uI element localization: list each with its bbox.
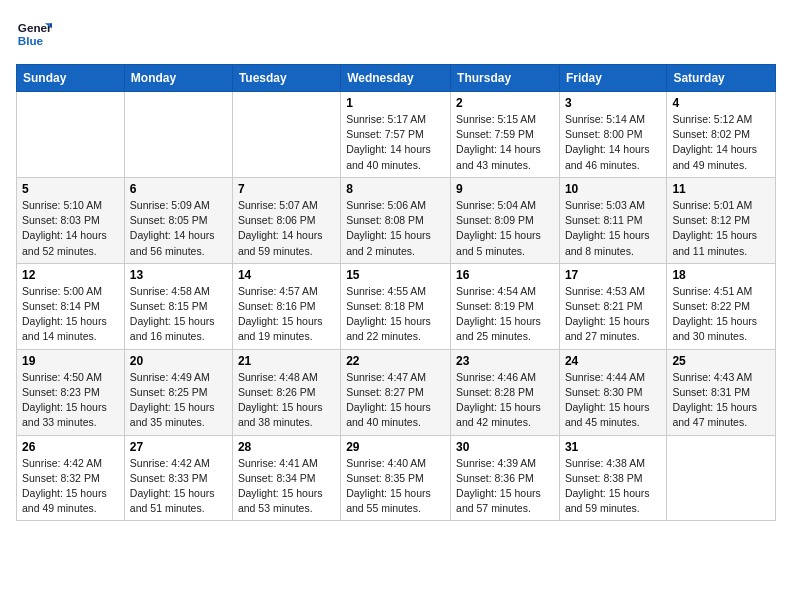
header: General Blue — [16, 16, 776, 52]
calendar-table: SundayMondayTuesdayWednesdayThursdayFrid… — [16, 64, 776, 521]
day-number: 30 — [456, 440, 554, 454]
day-info: Sunrise: 4:48 AM Sunset: 8:26 PM Dayligh… — [238, 370, 335, 431]
calendar-cell: 29Sunrise: 4:40 AM Sunset: 8:35 PM Dayli… — [341, 435, 451, 521]
logo: General Blue — [16, 16, 56, 52]
day-info: Sunrise: 5:15 AM Sunset: 7:59 PM Dayligh… — [456, 112, 554, 173]
calendar-cell: 17Sunrise: 4:53 AM Sunset: 8:21 PM Dayli… — [559, 263, 666, 349]
weekday-header-tuesday: Tuesday — [232, 65, 340, 92]
calendar-cell: 7Sunrise: 5:07 AM Sunset: 8:06 PM Daylig… — [232, 177, 340, 263]
day-info: Sunrise: 4:57 AM Sunset: 8:16 PM Dayligh… — [238, 284, 335, 345]
day-number: 25 — [672, 354, 770, 368]
calendar-cell: 30Sunrise: 4:39 AM Sunset: 8:36 PM Dayli… — [451, 435, 560, 521]
weekday-header-friday: Friday — [559, 65, 666, 92]
day-number: 20 — [130, 354, 227, 368]
day-number: 5 — [22, 182, 119, 196]
calendar-cell: 12Sunrise: 5:00 AM Sunset: 8:14 PM Dayli… — [17, 263, 125, 349]
weekday-header-sunday: Sunday — [17, 65, 125, 92]
day-number: 27 — [130, 440, 227, 454]
day-number: 29 — [346, 440, 445, 454]
day-number: 1 — [346, 96, 445, 110]
day-info: Sunrise: 4:50 AM Sunset: 8:23 PM Dayligh… — [22, 370, 119, 431]
day-number: 28 — [238, 440, 335, 454]
day-info: Sunrise: 4:55 AM Sunset: 8:18 PM Dayligh… — [346, 284, 445, 345]
day-number: 19 — [22, 354, 119, 368]
svg-text:Blue: Blue — [18, 34, 44, 47]
day-number: 22 — [346, 354, 445, 368]
calendar-cell: 1Sunrise: 5:17 AM Sunset: 7:57 PM Daylig… — [341, 92, 451, 178]
day-number: 23 — [456, 354, 554, 368]
day-info: Sunrise: 4:39 AM Sunset: 8:36 PM Dayligh… — [456, 456, 554, 517]
day-number: 14 — [238, 268, 335, 282]
day-number: 13 — [130, 268, 227, 282]
calendar-cell: 25Sunrise: 4:43 AM Sunset: 8:31 PM Dayli… — [667, 349, 776, 435]
day-number: 8 — [346, 182, 445, 196]
day-number: 26 — [22, 440, 119, 454]
svg-text:General: General — [18, 21, 52, 34]
day-info: Sunrise: 4:38 AM Sunset: 8:38 PM Dayligh… — [565, 456, 661, 517]
day-info: Sunrise: 5:09 AM Sunset: 8:05 PM Dayligh… — [130, 198, 227, 259]
calendar-cell: 15Sunrise: 4:55 AM Sunset: 8:18 PM Dayli… — [341, 263, 451, 349]
day-info: Sunrise: 4:53 AM Sunset: 8:21 PM Dayligh… — [565, 284, 661, 345]
calendar-cell: 8Sunrise: 5:06 AM Sunset: 8:08 PM Daylig… — [341, 177, 451, 263]
day-info: Sunrise: 4:47 AM Sunset: 8:27 PM Dayligh… — [346, 370, 445, 431]
logo-icon: General Blue — [16, 16, 52, 52]
day-number: 7 — [238, 182, 335, 196]
calendar-cell: 28Sunrise: 4:41 AM Sunset: 8:34 PM Dayli… — [232, 435, 340, 521]
day-info: Sunrise: 4:58 AM Sunset: 8:15 PM Dayligh… — [130, 284, 227, 345]
day-info: Sunrise: 4:43 AM Sunset: 8:31 PM Dayligh… — [672, 370, 770, 431]
day-number: 6 — [130, 182, 227, 196]
calendar-cell: 27Sunrise: 4:42 AM Sunset: 8:33 PM Dayli… — [124, 435, 232, 521]
calendar-cell: 13Sunrise: 4:58 AM Sunset: 8:15 PM Dayli… — [124, 263, 232, 349]
day-number: 11 — [672, 182, 770, 196]
calendar-cell: 20Sunrise: 4:49 AM Sunset: 8:25 PM Dayli… — [124, 349, 232, 435]
day-info: Sunrise: 5:12 AM Sunset: 8:02 PM Dayligh… — [672, 112, 770, 173]
calendar-cell: 14Sunrise: 4:57 AM Sunset: 8:16 PM Dayli… — [232, 263, 340, 349]
day-info: Sunrise: 4:46 AM Sunset: 8:28 PM Dayligh… — [456, 370, 554, 431]
calendar-cell: 9Sunrise: 5:04 AM Sunset: 8:09 PM Daylig… — [451, 177, 560, 263]
day-number: 17 — [565, 268, 661, 282]
day-info: Sunrise: 5:17 AM Sunset: 7:57 PM Dayligh… — [346, 112, 445, 173]
calendar-cell: 2Sunrise: 5:15 AM Sunset: 7:59 PM Daylig… — [451, 92, 560, 178]
calendar-cell: 16Sunrise: 4:54 AM Sunset: 8:19 PM Dayli… — [451, 263, 560, 349]
calendar-cell — [124, 92, 232, 178]
calendar-cell: 23Sunrise: 4:46 AM Sunset: 8:28 PM Dayli… — [451, 349, 560, 435]
weekday-header-thursday: Thursday — [451, 65, 560, 92]
calendar-cell: 21Sunrise: 4:48 AM Sunset: 8:26 PM Dayli… — [232, 349, 340, 435]
day-info: Sunrise: 5:14 AM Sunset: 8:00 PM Dayligh… — [565, 112, 661, 173]
day-number: 12 — [22, 268, 119, 282]
day-info: Sunrise: 4:42 AM Sunset: 8:33 PM Dayligh… — [130, 456, 227, 517]
calendar-cell: 22Sunrise: 4:47 AM Sunset: 8:27 PM Dayli… — [341, 349, 451, 435]
day-number: 10 — [565, 182, 661, 196]
calendar-cell — [17, 92, 125, 178]
day-info: Sunrise: 4:42 AM Sunset: 8:32 PM Dayligh… — [22, 456, 119, 517]
day-info: Sunrise: 5:06 AM Sunset: 8:08 PM Dayligh… — [346, 198, 445, 259]
calendar-cell: 18Sunrise: 4:51 AM Sunset: 8:22 PM Dayli… — [667, 263, 776, 349]
calendar-cell — [232, 92, 340, 178]
day-info: Sunrise: 4:40 AM Sunset: 8:35 PM Dayligh… — [346, 456, 445, 517]
calendar-cell: 10Sunrise: 5:03 AM Sunset: 8:11 PM Dayli… — [559, 177, 666, 263]
day-info: Sunrise: 5:04 AM Sunset: 8:09 PM Dayligh… — [456, 198, 554, 259]
calendar-cell: 5Sunrise: 5:10 AM Sunset: 8:03 PM Daylig… — [17, 177, 125, 263]
calendar-cell: 11Sunrise: 5:01 AM Sunset: 8:12 PM Dayli… — [667, 177, 776, 263]
day-number: 24 — [565, 354, 661, 368]
calendar-cell: 4Sunrise: 5:12 AM Sunset: 8:02 PM Daylig… — [667, 92, 776, 178]
calendar-cell: 31Sunrise: 4:38 AM Sunset: 8:38 PM Dayli… — [559, 435, 666, 521]
calendar-cell: 24Sunrise: 4:44 AM Sunset: 8:30 PM Dayli… — [559, 349, 666, 435]
day-info: Sunrise: 5:07 AM Sunset: 8:06 PM Dayligh… — [238, 198, 335, 259]
weekday-header-saturday: Saturday — [667, 65, 776, 92]
day-info: Sunrise: 4:49 AM Sunset: 8:25 PM Dayligh… — [130, 370, 227, 431]
day-info: Sunrise: 5:03 AM Sunset: 8:11 PM Dayligh… — [565, 198, 661, 259]
calendar-cell: 19Sunrise: 4:50 AM Sunset: 8:23 PM Dayli… — [17, 349, 125, 435]
day-number: 31 — [565, 440, 661, 454]
day-number: 3 — [565, 96, 661, 110]
day-info: Sunrise: 4:44 AM Sunset: 8:30 PM Dayligh… — [565, 370, 661, 431]
day-number: 2 — [456, 96, 554, 110]
day-number: 21 — [238, 354, 335, 368]
weekday-header-wednesday: Wednesday — [341, 65, 451, 92]
day-number: 15 — [346, 268, 445, 282]
day-info: Sunrise: 4:41 AM Sunset: 8:34 PM Dayligh… — [238, 456, 335, 517]
calendar-cell: 26Sunrise: 4:42 AM Sunset: 8:32 PM Dayli… — [17, 435, 125, 521]
day-number: 4 — [672, 96, 770, 110]
calendar-cell — [667, 435, 776, 521]
calendar-cell: 3Sunrise: 5:14 AM Sunset: 8:00 PM Daylig… — [559, 92, 666, 178]
